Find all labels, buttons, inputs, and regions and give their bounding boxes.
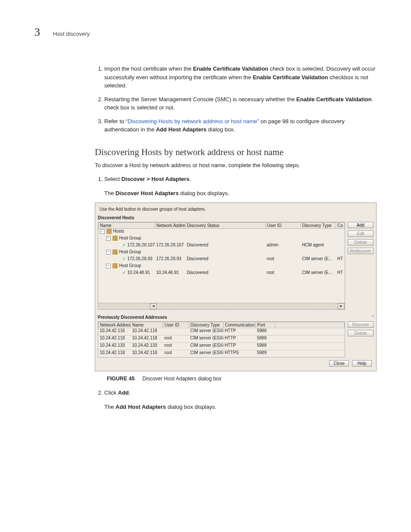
col-user-id[interactable]: User ID: [163, 322, 189, 328]
bold-text: Enable Certificate Validation: [253, 74, 328, 81]
hostgroup-icon: [112, 249, 118, 255]
expand-icon[interactable]: −: [106, 236, 111, 241]
prev-side-buttons: Discover Delete: [348, 321, 374, 358]
discovered-hosts-title: Discovered Hosts: [98, 215, 374, 222]
cell-name: 10.24.42.118: [131, 328, 163, 336]
step-2-subtext: The Add Host Adapters dialog box display…: [104, 403, 377, 411]
cell-comm: HTTP: [224, 336, 256, 343]
col-network-address[interactable]: Network Address: [155, 223, 186, 229]
cell-name: 10.24.42.118: [131, 336, 163, 343]
section-heading: Discovering Hosts by network address or …: [95, 147, 377, 158]
bold-text: Enable Certificate Validation: [296, 96, 372, 103]
cell-addr: 10.24.42.133: [99, 343, 131, 350]
chapter-number: 3: [34, 26, 40, 39]
tree-root-row[interactable]: −Hosts: [99, 229, 345, 236]
scroll-right-icon[interactable]: ►: [338, 303, 345, 309]
tree-group-row[interactable]: −Host Group: [99, 236, 345, 243]
text: Restarting the Server Management Console…: [104, 96, 296, 103]
host-addr: 172.26.28.107: [155, 243, 186, 249]
rediscover-button[interactable]: Rediscover: [348, 248, 374, 254]
cell-port: 5988: [256, 343, 275, 350]
col-name[interactable]: Name: [131, 322, 163, 328]
delete-button[interactable]: Delete: [348, 330, 374, 336]
cell-dtype: CIM server (ESXi ...: [189, 328, 224, 336]
horizontal-scrollbar[interactable]: ◄ ►: [98, 303, 345, 309]
check-icon: ✓: [122, 243, 126, 247]
intro-item-3: Refer to “Discovering Hosts by network a…: [104, 117, 377, 134]
bold-text: Add Host Adapters: [156, 126, 206, 133]
host-co: HT: [336, 256, 345, 263]
col-name[interactable]: Name: [99, 223, 155, 229]
tree-host-row[interactable]: ✓172.26.28.107 172.26.28.107 Discovered …: [99, 243, 345, 249]
text: dialog box.: [206, 126, 235, 133]
section-intro: To discover a Host by network address or…: [95, 161, 377, 170]
expand-icon[interactable]: −: [100, 229, 105, 234]
host-user: root: [265, 270, 301, 277]
step-1: Select Discover > Host Adapters.: [104, 175, 377, 184]
intro-item-2: Restarting the Server Management Console…: [104, 95, 377, 112]
bold-text: Enable Certificate Validation: [193, 65, 268, 72]
col-port[interactable]: Port: [256, 322, 275, 328]
delete-button[interactable]: Delete: [348, 239, 374, 246]
host-dtype: CIM server (E...: [301, 270, 336, 277]
dialog-screenshot: Use the Add button to discover groups of…: [95, 202, 377, 371]
scroll-left-icon[interactable]: ◄: [150, 303, 157, 309]
col-discovery-status[interactable]: Discovery Status: [185, 223, 265, 229]
text: dialog box displays.: [166, 404, 216, 410]
text: check box is selected or not.: [104, 104, 175, 111]
col-user-id[interactable]: User ID: [265, 223, 301, 229]
previously-discovered-title: Previously Discovered Addresses: [98, 315, 167, 320]
text: The: [104, 404, 115, 410]
host-user: admin: [265, 243, 301, 249]
tree-label: Host Group: [119, 249, 141, 254]
host-status: Discovered: [185, 256, 265, 263]
cell-addr: 10.24.42.118: [99, 336, 131, 343]
steps-list-continued: Click Add.: [95, 389, 377, 397]
text: Refer to: [104, 118, 126, 124]
steps-list: Select Discover > Host Adapters.: [95, 175, 377, 184]
tree-group-row[interactable]: −Host Group: [99, 263, 345, 270]
cell-comm: HTTPS: [224, 350, 256, 358]
col-communication-protocol[interactable]: Communication pr...: [224, 322, 256, 328]
table-row[interactable]: 10.24.42.133 10.24.42.133 root CIM serve…: [99, 343, 345, 350]
table-row[interactable]: 10.24.42.118 10.24.42.118 root CIM serve…: [99, 336, 345, 343]
col-discovery-type[interactable]: Discovery Type: [301, 223, 336, 229]
hostgroup-icon: [112, 263, 118, 268]
edit-button[interactable]: Edit: [348, 230, 374, 237]
text: .: [129, 389, 131, 396]
tree-host-row[interactable]: ✓10.24.48.91 10.24.48.91 Discovered root…: [99, 270, 345, 277]
tree-label: Host Group: [119, 263, 141, 268]
host-addr: 10.24.48.91: [155, 270, 186, 277]
col-co[interactable]: Co: [336, 223, 345, 229]
cell-comm: HTTP: [224, 328, 256, 336]
cell-dtype: CIM server (ESXi ...: [189, 343, 224, 350]
page-content: Import the host certificate when the Ena…: [95, 65, 377, 411]
col-discovery-type[interactable]: Discovery Type: [189, 322, 224, 328]
collapse-icon[interactable]: ˆ: [372, 315, 374, 320]
cell-name: 10.24.42.133: [131, 343, 163, 350]
dialog-bottom-buttons: Close Help: [98, 358, 374, 368]
expand-icon[interactable]: −: [106, 250, 111, 255]
host-status: Discovered: [185, 243, 265, 249]
table-row[interactable]: 10.24.42.116 10.24.42.118 CIM server (ES…: [99, 328, 345, 336]
add-button[interactable]: Add: [348, 222, 374, 228]
dialog-hint: Use the Add button to discover groups of…: [98, 205, 374, 215]
bold-text: Discover > Host Adapters: [121, 176, 190, 182]
text: .: [190, 176, 191, 182]
intro-item-1: Import the host certificate when the Ena…: [104, 65, 377, 90]
discover-button[interactable]: Discover: [348, 321, 374, 328]
expand-icon[interactable]: −: [106, 264, 111, 268]
close-button[interactable]: Close: [329, 360, 349, 367]
cell-dtype: CIM server (ESXi ...: [189, 350, 224, 358]
host-addr: 172.26.28.93: [155, 256, 186, 263]
table-row[interactable]: 10.24.42.118 10.24.42.118 root CIM serve…: [99, 350, 345, 358]
tree-group-row[interactable]: −Host Group: [99, 249, 345, 256]
host-name: 10.24.48.91: [128, 270, 150, 275]
page-header: 3 Host discovery: [34, 26, 381, 39]
tree-host-row[interactable]: ✓172.26.28.93 172.26.28.93 Discovered ro…: [99, 256, 345, 263]
col-network-address[interactable]: Network Address: [99, 322, 131, 328]
help-button[interactable]: Help: [352, 360, 372, 367]
cell-user: root: [163, 350, 189, 358]
check-icon: ✓: [122, 270, 126, 275]
cross-reference-link[interactable]: “Discovering Hosts by network address or…: [126, 118, 259, 124]
